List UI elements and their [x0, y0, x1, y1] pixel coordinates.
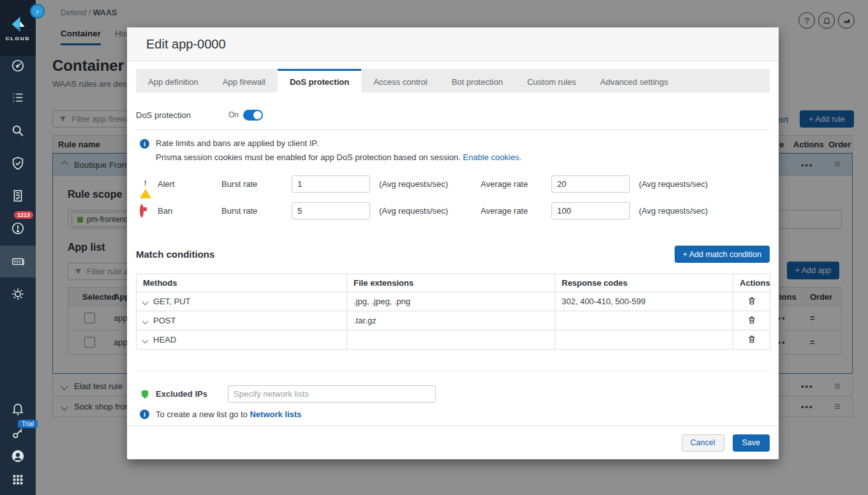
network-lists-link[interactable]: Network lists — [250, 410, 301, 419]
apps-grid-icon — [11, 473, 25, 487]
gauge-icon — [11, 59, 25, 73]
excluded-ips-row: Excluded IPs — [140, 385, 770, 403]
alert-circle-icon — [11, 221, 25, 235]
alerts-count-badge: 1213 — [14, 211, 33, 219]
checklist-icon — [11, 91, 25, 105]
excluded-ips-input[interactable] — [228, 385, 436, 403]
match-table-header-row: Methods File extensions Response codes A… — [137, 274, 770, 292]
ban-burst-rate-input[interactable] — [292, 202, 370, 219]
actions-header: Actions — [733, 274, 770, 292]
tab-custom-rules[interactable]: Custom rules — [515, 69, 588, 92]
info-banner: i Rate limits and bans are applied by cl… — [140, 138, 770, 162]
container-icon — [11, 255, 25, 269]
prisma-logo-icon — [9, 15, 27, 33]
trial-badge: Trial — [18, 420, 38, 428]
gear-icon — [11, 287, 25, 301]
response-codes-header: Response codes — [555, 274, 733, 292]
toggle-state-label: On — [228, 110, 239, 119]
save-button[interactable]: Save — [733, 434, 770, 452]
ban-average-rate-input[interactable] — [551, 202, 630, 219]
sidebar-item-defend[interactable] — [0, 149, 36, 177]
report-check-icon — [11, 189, 25, 203]
burst-unit-label: (Avg requests/sec) — [379, 206, 463, 216]
key-icon — [11, 426, 25, 440]
ban-icon — [140, 204, 144, 218]
ban-rate-row: Ban Burst rate (Avg requests/sec) Averag… — [140, 202, 770, 219]
methods-cell: POST — [153, 316, 176, 325]
warning-icon — [140, 179, 151, 198]
match-conditions-table: Methods File extensions Response codes A… — [136, 274, 770, 350]
file-extensions-cell: .jpg, .jpeg, .png — [347, 292, 555, 311]
match-row: GET, PUT .jpg, .jpeg, .png 302, 400-410,… — [137, 292, 770, 311]
response-codes-cell: 302, 400-410, 500-599 — [555, 292, 733, 311]
burst-rate-label: Burst rate — [221, 179, 292, 189]
match-conditions-header: Match conditions + Add match condition — [136, 246, 770, 263]
tab-bot-protection[interactable]: Bot protection — [440, 69, 515, 92]
avg-unit-label: (Avg requests/sec) — [639, 206, 708, 216]
info-line-2: Prisma session cookies must be enabled f… — [156, 152, 521, 162]
tab-advanced-settings[interactable]: Advanced settings — [588, 69, 680, 92]
search-icon — [11, 124, 25, 138]
sidebar-item-containers[interactable] — [0, 246, 36, 277]
match-row: POST .tar.gz — [137, 311, 770, 330]
bell-icon — [11, 402, 25, 416]
shield-check-icon — [11, 156, 25, 170]
shield-green-icon — [140, 388, 150, 400]
network-lists-info: To create a new list go to Network lists — [156, 410, 301, 419]
sidebar-item-dashboard[interactable] — [0, 52, 36, 80]
average-rate-label: Average rate — [481, 179, 551, 189]
sidebar-item-compliance[interactable] — [0, 182, 36, 210]
delete-row-trash-icon[interactable] — [747, 336, 756, 346]
average-rate-label: Average rate — [481, 206, 551, 216]
sidebar: CLOUD 1213 Trial — [0, 0, 36, 495]
delete-row-trash-icon[interactable] — [747, 317, 756, 327]
chevron-right-icon: › — [36, 7, 39, 16]
ban-label: Ban — [158, 206, 221, 216]
response-codes-cell — [555, 311, 733, 330]
tab-app-firewall[interactable]: App firewall — [211, 69, 278, 92]
modal-header: Edit app-0000 — [127, 27, 779, 61]
network-lists-info-row: i To create a new list go to Network lis… — [140, 410, 770, 419]
alert-burst-rate-input[interactable] — [292, 175, 370, 193]
tab-access-control[interactable]: Access control — [361, 69, 440, 92]
methods-cell: GET, PUT — [153, 297, 191, 306]
alert-label: Alert — [158, 179, 221, 189]
file-extensions-header: File extensions — [347, 274, 555, 292]
file-extensions-cell — [347, 330, 555, 350]
alert-average-rate-input[interactable] — [551, 175, 630, 193]
alert-rate-row: Alert Burst rate (Avg requests/sec) Aver… — [140, 175, 770, 193]
dos-protection-panel: DoS protection On i Rate limits and bans… — [127, 92, 779, 425]
cancel-button[interactable]: Cancel — [682, 434, 724, 452]
burst-rate-label: Burst rate — [221, 206, 292, 216]
info-icon: i — [140, 410, 149, 419]
sidebar-item-search[interactable] — [0, 117, 36, 145]
response-codes-cell — [555, 330, 733, 350]
modal-footer: Cancel Save — [127, 425, 779, 459]
sidebar-item-apps[interactable] — [0, 466, 36, 494]
file-extensions-cell: .tar.gz — [347, 311, 555, 330]
dos-protection-toggle[interactable] — [243, 110, 263, 121]
info-line-1: Rate limits and bans are applied by clie… — [156, 138, 521, 148]
delete-row-trash-icon[interactable] — [747, 298, 756, 307]
sidebar-item-settings[interactable] — [0, 280, 36, 308]
burst-unit-label: (Avg requests/sec) — [379, 179, 463, 189]
tab-app-definition[interactable]: App definition — [136, 69, 211, 92]
match-conditions-heading: Match conditions — [136, 249, 214, 260]
dos-protection-label: DoS protection — [136, 110, 228, 120]
methods-cell: HEAD — [153, 335, 176, 344]
excluded-ips-label: Excluded IPs — [156, 389, 228, 399]
avg-unit-label: (Avg requests/sec) — [639, 179, 708, 189]
sidebar-expand-button[interactable]: › — [30, 4, 45, 18]
dos-toggle-row: DoS protection On — [136, 108, 770, 121]
info-icon: i — [140, 139, 149, 149]
match-row: HEAD — [137, 330, 770, 350]
methods-header: Methods — [137, 274, 347, 292]
edit-app-modal: Edit app-0000 App definition App firewal… — [127, 27, 779, 459]
user-icon — [11, 449, 25, 463]
tab-dos-protection[interactable]: DoS protection — [278, 69, 361, 92]
add-match-condition-button[interactable]: + Add match condition — [675, 246, 770, 263]
modal-title: Edit app-0000 — [146, 37, 226, 52]
sidebar-item-monitor[interactable] — [0, 84, 36, 112]
enable-cookies-link[interactable]: Enable cookies. — [463, 152, 521, 162]
modal-tab-bar: App definition App firewall DoS protecti… — [136, 69, 770, 92]
